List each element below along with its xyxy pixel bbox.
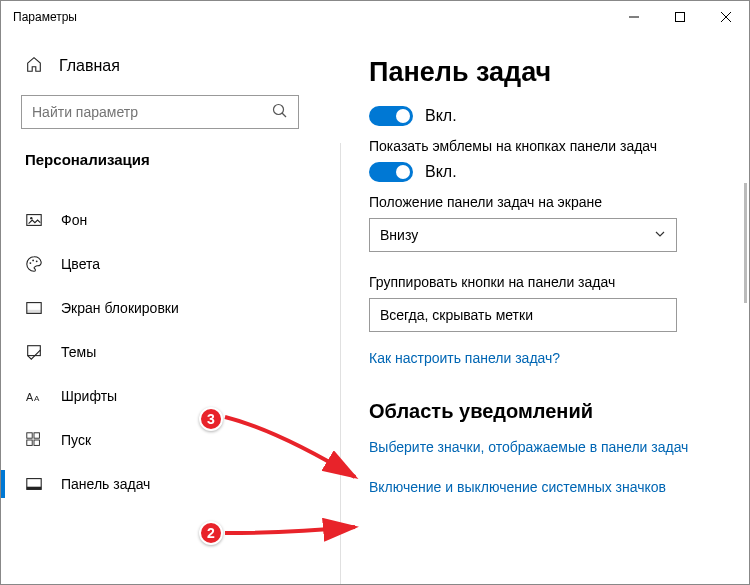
- annotation-badge-2: 2: [199, 521, 223, 545]
- page-title: Панель задач: [369, 57, 739, 88]
- nav-item-lockscreen[interactable]: Экран блокировки: [21, 286, 321, 330]
- themes-icon: [25, 343, 43, 361]
- nav-item-colors[interactable]: Цвета: [21, 242, 321, 286]
- svg-text:A: A: [34, 394, 40, 403]
- svg-point-8: [30, 262, 32, 264]
- nav-label: Шрифты: [61, 388, 117, 404]
- window-title: Параметры: [13, 10, 77, 24]
- start-icon: [25, 431, 43, 449]
- toggle-1-label: Вкл.: [425, 107, 457, 125]
- fonts-icon: AA: [25, 387, 43, 405]
- nav-item-themes[interactable]: Темы: [21, 330, 321, 374]
- svg-point-10: [36, 260, 38, 262]
- nav-item-taskbar[interactable]: Панель задач: [21, 462, 321, 506]
- svg-point-9: [32, 260, 34, 262]
- help-link[interactable]: Как настроить панели задач?: [369, 350, 739, 366]
- palette-icon: [25, 255, 43, 273]
- svg-point-7: [30, 217, 32, 219]
- search-input[interactable]: [21, 95, 299, 129]
- position-label: Положение панели задач на экране: [369, 194, 739, 210]
- annotation-badge-3: 3: [199, 407, 223, 431]
- svg-rect-16: [27, 433, 32, 438]
- nav-label: Экран блокировки: [61, 300, 179, 316]
- svg-rect-17: [34, 433, 39, 438]
- chevron-down-icon: [654, 227, 666, 243]
- group-value: Всегда, скрывать метки: [380, 307, 533, 323]
- group-label: Группировать кнопки на панели задач: [369, 274, 739, 290]
- group-select[interactable]: Всегда, скрывать метки: [369, 298, 677, 332]
- svg-rect-21: [27, 487, 41, 490]
- minimize-button[interactable]: [611, 1, 657, 33]
- home-icon: [25, 55, 43, 77]
- nav-label: Цвета: [61, 256, 100, 272]
- nav-label: Пуск: [61, 432, 91, 448]
- svg-line-5: [282, 113, 286, 117]
- search-icon: [272, 103, 288, 122]
- toggle-2-label: Вкл.: [425, 163, 457, 181]
- close-button[interactable]: [703, 1, 749, 33]
- lockscreen-icon: [25, 299, 43, 317]
- svg-text:A: A: [26, 391, 34, 403]
- nav-item-fonts[interactable]: AA Шрифты: [21, 374, 321, 418]
- nav-home[interactable]: Главная: [21, 55, 321, 77]
- link-select-icons[interactable]: Выберите значки, отображаемые в панели з…: [369, 439, 739, 455]
- scrollbar[interactable]: [744, 183, 747, 303]
- nav-label: Панель задач: [61, 476, 150, 492]
- section-notifications: Область уведомлений: [369, 400, 739, 423]
- svg-rect-12: [27, 310, 41, 314]
- category-title: Персонализация: [21, 151, 321, 168]
- position-select[interactable]: Внизу: [369, 218, 677, 252]
- nav-label: Темы: [61, 344, 96, 360]
- emblem-label: Показать эмблемы на кнопках панели задач: [369, 138, 739, 154]
- svg-rect-19: [34, 440, 39, 445]
- nav-label: Фон: [61, 212, 87, 228]
- svg-rect-1: [676, 13, 685, 22]
- svg-rect-13: [28, 346, 41, 356]
- svg-rect-18: [27, 440, 32, 445]
- search-field[interactable]: [32, 104, 272, 120]
- position-value: Внизу: [380, 227, 418, 243]
- nav-home-label: Главная: [59, 57, 120, 75]
- nav-item-start[interactable]: Пуск: [21, 418, 321, 462]
- toggle-1[interactable]: [369, 106, 413, 126]
- nav-item-background[interactable]: Фон: [21, 198, 321, 242]
- taskbar-icon: [25, 475, 43, 493]
- picture-icon: [25, 211, 43, 229]
- link-system-icons[interactable]: Включение и выключение системных значков: [369, 479, 739, 495]
- toggle-2[interactable]: [369, 162, 413, 182]
- maximize-button[interactable]: [657, 1, 703, 33]
